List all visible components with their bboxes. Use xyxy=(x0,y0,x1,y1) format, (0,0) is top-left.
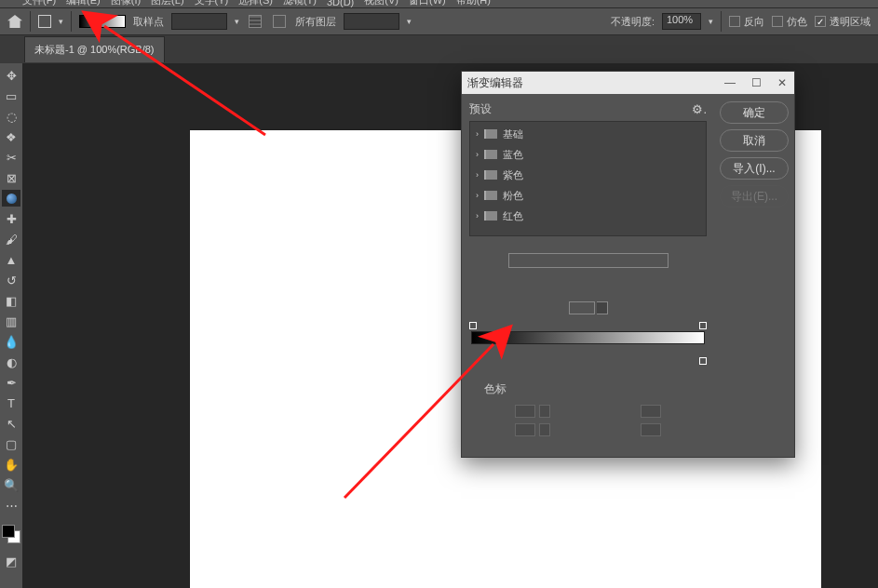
menu-view[interactable]: 视图(V) xyxy=(360,0,402,7)
cancel-button[interactable]: 取消 xyxy=(720,129,789,152)
menu-filter[interactable]: 滤镜(T) xyxy=(279,0,320,7)
opacity-stop-left[interactable] xyxy=(469,322,477,329)
hand-tool-icon[interactable]: ✋ xyxy=(2,456,20,473)
preset-folder[interactable]: ›蓝色 xyxy=(472,144,704,165)
presets-label: 预设 xyxy=(469,101,492,117)
more-tools-icon[interactable]: ⋯ xyxy=(2,497,20,514)
reverse-label: 反向 xyxy=(744,15,764,29)
chevron-right-icon: › xyxy=(476,211,479,220)
menu-text[interactable]: 文字(Y) xyxy=(191,0,233,7)
dither-checkbox[interactable]: 仿色 xyxy=(772,15,807,29)
close-icon[interactable]: ✕ xyxy=(776,76,789,89)
opacity-dd[interactable] xyxy=(539,405,550,418)
tool-strip: ✥ ▭ ◌ ❖ ✂ ⊠ ✚ 🖌 ▲ ↺ ◧ ▥ 💧 ◐ ✒ T ↖ ▢ ✋ 🔍 … xyxy=(0,63,22,588)
gradient-preview[interactable] xyxy=(79,15,126,28)
opacity-stop-right[interactable] xyxy=(699,322,707,329)
menu-help[interactable]: 帮助(H) xyxy=(453,0,494,7)
opacity-input[interactable]: 100% xyxy=(662,13,701,30)
color-swatch[interactable] xyxy=(2,525,20,543)
gradient-bar[interactable] xyxy=(471,331,705,344)
import-button[interactable]: 导入(I)... xyxy=(720,157,789,180)
folder-icon xyxy=(484,191,497,200)
document-tab[interactable]: 未标题-1 @ 100%(RGB/8) xyxy=(24,36,165,62)
chevron-down-icon[interactable]: ▾ xyxy=(235,17,239,26)
gradient-name-input[interactable] xyxy=(508,253,669,268)
cursor-icon xyxy=(91,18,101,29)
chevron-down-icon[interactable]: ▾ xyxy=(709,17,713,26)
type-tool-icon[interactable]: T xyxy=(2,394,20,411)
maximize-icon[interactable]: ☐ xyxy=(750,76,763,89)
location2-input[interactable] xyxy=(641,423,661,436)
menu-layer[interactable]: 图层(L) xyxy=(147,0,187,7)
gradient-type-input[interactable] xyxy=(569,301,595,314)
chevron-down-icon[interactable]: ▾ xyxy=(59,17,63,26)
color-dd[interactable] xyxy=(539,423,550,436)
dialog-titlebar[interactable]: 渐变编辑器 — ☐ ✕ xyxy=(462,72,794,94)
zoom-tool-icon[interactable]: 🔍 xyxy=(2,476,20,493)
all-layers-label: 所有图层 xyxy=(295,15,336,29)
path-select-tool-icon[interactable]: ↖ xyxy=(2,415,20,432)
preset-folder[interactable]: ›红色 xyxy=(472,206,704,226)
lasso-tool-icon[interactable]: ◌ xyxy=(2,108,20,125)
checkbox-icon xyxy=(815,16,826,27)
menu-edit[interactable]: 编辑(E) xyxy=(62,0,104,7)
minimize-icon[interactable]: — xyxy=(723,76,736,89)
menu-file[interactable]: 文件(F) xyxy=(19,0,60,7)
preset-folder[interactable]: ›基础 xyxy=(472,124,704,144)
gear-icon[interactable]: ⚙. xyxy=(692,102,707,116)
menu-3d[interactable]: 3D(D) xyxy=(323,0,358,7)
eyedropper-tool-icon[interactable] xyxy=(2,190,20,207)
transparency-checkbox[interactable]: 透明区域 xyxy=(815,15,871,29)
preset-label: 紫色 xyxy=(503,168,523,182)
frame-tool-icon[interactable]: ⊠ xyxy=(2,169,20,186)
ok-button[interactable]: 确定 xyxy=(720,101,789,124)
blur-tool-icon[interactable]: 💧 xyxy=(2,333,20,350)
chevron-right-icon: › xyxy=(476,129,479,139)
healing-tool-icon[interactable]: ✚ xyxy=(2,210,20,227)
gradient-type-row xyxy=(469,301,707,314)
transparency-label: 透明区域 xyxy=(830,15,871,29)
icon-button[interactable] xyxy=(247,13,263,30)
gradient-tool-icon[interactable]: ▥ xyxy=(2,313,20,329)
menu-select[interactable]: 选择(S) xyxy=(235,0,277,7)
reverse-checkbox[interactable]: 反向 xyxy=(729,15,764,29)
crop-tool-icon[interactable]: ✂ xyxy=(2,149,20,166)
quickmask-icon[interactable]: ◩ xyxy=(2,553,20,569)
layers-select[interactable] xyxy=(344,13,399,30)
history-brush-icon[interactable]: ↺ xyxy=(2,272,20,288)
preset-folder[interactable]: ›紫色 xyxy=(472,165,704,185)
menu-image[interactable]: 图像(I) xyxy=(107,0,144,7)
marquee-tool-icon[interactable]: ▭ xyxy=(2,87,20,104)
pen-tool-icon[interactable]: ✒ xyxy=(2,374,20,391)
opacity-input[interactable] xyxy=(515,405,535,418)
location-input[interactable] xyxy=(641,405,661,418)
preset-list[interactable]: ›基础 ›蓝色 ›紫色 ›粉色 ›红色 xyxy=(469,121,707,236)
preset-label: 基础 xyxy=(503,127,523,141)
chevron-down-icon[interactable]: ▾ xyxy=(407,17,412,26)
eraser-tool-icon[interactable]: ◧ xyxy=(2,292,20,309)
chevron-right-icon: › xyxy=(476,191,479,200)
sample-select[interactable] xyxy=(171,13,227,30)
gradient-editor-dialog: 渐变编辑器 — ☐ ✕ 预设 ⚙. ›基础 ›蓝色 ›紫色 ›粉色 ›红色 xyxy=(461,71,795,458)
preset-folder[interactable]: ›粉色 xyxy=(472,185,704,206)
dodge-tool-icon[interactable]: ◐ xyxy=(2,354,20,370)
home-icon[interactable] xyxy=(7,15,22,28)
menu-window[interactable]: 窗口(W) xyxy=(405,0,450,7)
chevron-down-icon[interactable] xyxy=(597,301,608,314)
checkbox-icon xyxy=(772,16,783,27)
export-button[interactable]: 导出(E)... xyxy=(720,185,789,207)
brush-tool-icon[interactable]: 🖌 xyxy=(2,231,20,247)
foreground-color-swatch[interactable] xyxy=(2,525,15,538)
shape-tool-icon[interactable]: ▢ xyxy=(2,435,20,452)
folder-icon xyxy=(484,170,497,180)
preset-label: 蓝色 xyxy=(503,148,523,162)
tool-preset-icon[interactable] xyxy=(38,15,51,28)
divider xyxy=(30,11,31,32)
stamp-tool-icon[interactable]: ▲ xyxy=(2,251,20,268)
color-input[interactable] xyxy=(515,423,535,436)
color-stop-right[interactable] xyxy=(699,357,707,365)
icon-button[interactable] xyxy=(271,13,288,30)
move-tool-icon[interactable]: ✥ xyxy=(2,67,20,84)
menu-bar[interactable]: 文件(F) 编辑(E) 图像(I) 图层(L) 文字(Y) 选择(S) 滤镜(T… xyxy=(0,0,878,7)
quick-select-tool-icon[interactable]: ❖ xyxy=(2,128,20,145)
